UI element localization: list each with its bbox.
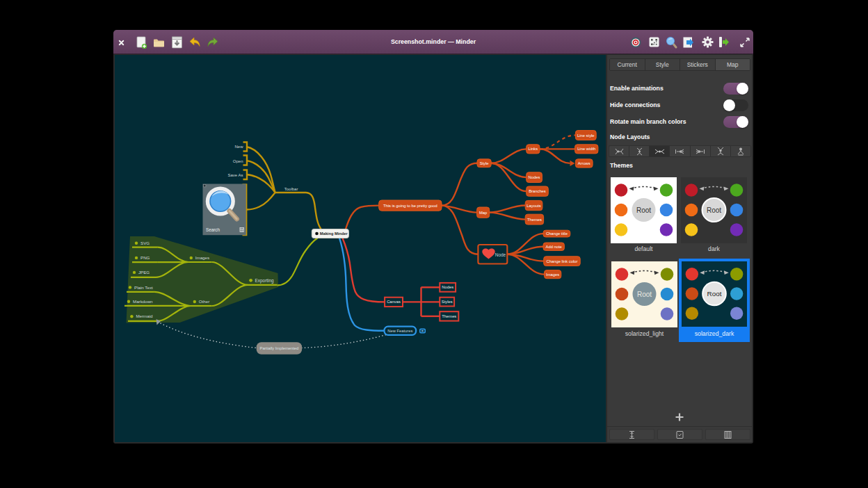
svg-text:Node: Node bbox=[495, 252, 506, 257]
svg-text:Making Minder: Making Minder bbox=[320, 231, 348, 236]
svg-text:Change link color: Change link color bbox=[547, 259, 578, 263]
svg-text:Images: Images bbox=[195, 255, 209, 260]
svg-text:Add note: Add note bbox=[546, 245, 562, 249]
svg-text:Nodes: Nodes bbox=[442, 285, 453, 289]
svg-text:Layouts: Layouts bbox=[527, 204, 540, 208]
svg-text:Branches: Branches bbox=[529, 189, 546, 193]
svg-text:Exporting: Exporting bbox=[255, 278, 274, 284]
svg-text:Themes: Themes bbox=[442, 314, 456, 318]
svg-text:Arrows: Arrows bbox=[578, 161, 590, 165]
svg-text:Root: Root bbox=[637, 291, 652, 298]
svg-text:PNG: PNG bbox=[140, 255, 150, 260]
svg-text:Markdown: Markdown bbox=[133, 299, 153, 304]
svg-text:Root: Root bbox=[707, 290, 722, 298]
svg-text:Toolbar: Toolbar bbox=[284, 187, 298, 191]
svg-text:This is going to be pretty goo: This is going to be pretty good bbox=[383, 204, 437, 208]
svg-text:Images: Images bbox=[546, 273, 559, 277]
svg-text:Links: Links bbox=[529, 147, 538, 151]
svg-text:New: New bbox=[234, 145, 243, 149]
svg-text:Partially Implemented: Partially Implemented bbox=[260, 346, 299, 350]
svg-text:Styles: Styles bbox=[442, 300, 453, 304]
svg-text:Mermaid: Mermaid bbox=[136, 314, 153, 318]
svg-text:Style: Style bbox=[480, 161, 489, 165]
svg-text:Change title: Change title bbox=[546, 231, 568, 236]
svg-text:Plain Text: Plain Text bbox=[134, 285, 153, 290]
svg-text:Save As: Save As bbox=[227, 173, 243, 177]
svg-text:Root: Root bbox=[707, 206, 721, 214]
svg-text:Line width: Line width bbox=[577, 147, 595, 151]
svg-text:Map: Map bbox=[479, 211, 487, 215]
svg-text:Open: Open bbox=[233, 159, 243, 163]
svg-text:SVG: SVG bbox=[140, 241, 150, 245]
svg-text:Other: Other bbox=[199, 299, 209, 304]
svg-text:Root: Root bbox=[636, 206, 651, 214]
svg-text:JPEG: JPEG bbox=[138, 270, 150, 275]
svg-text:Search: Search bbox=[206, 227, 220, 232]
svg-text:Canvas: Canvas bbox=[387, 300, 401, 304]
svg-text:Line style: Line style bbox=[577, 133, 595, 138]
svg-text:Themes: Themes bbox=[527, 218, 542, 222]
svg-text:Nodes: Nodes bbox=[529, 175, 540, 179]
svg-text:New Features: New Features bbox=[387, 329, 412, 333]
